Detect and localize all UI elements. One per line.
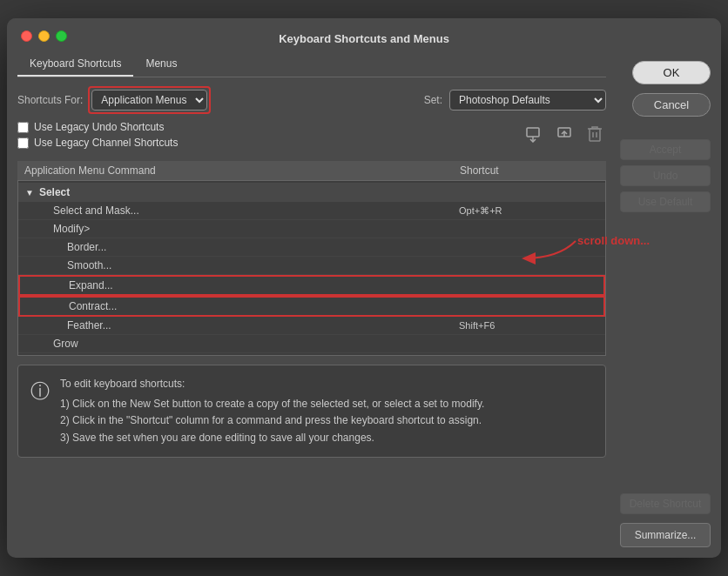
use-legacy-channel-checkbox[interactable] (17, 137, 29, 149)
shortcuts-for-box: Application Menus Panel Menus Tools (88, 86, 211, 114)
icon-toolbar (521, 124, 606, 148)
select-group-label: Select (39, 186, 70, 198)
shortcuts-for-select[interactable]: Application Menus Panel Menus Tools (91, 90, 207, 111)
right-panel: OK Cancel Accept Undo Use Default Delete… (617, 52, 721, 558)
maximize-button[interactable] (56, 30, 67, 42)
minimize-button[interactable] (38, 30, 50, 42)
info-step-3: 3) Save the set when you are done editin… (60, 430, 484, 446)
dialog-body: Keyboard Shortcuts Menus Shortcuts For: … (7, 52, 721, 558)
feather-shortcut: Shift+F6 (459, 320, 598, 331)
select-group: ▼ Select Select and Mask... Opt+⌘+R Modi… (18, 181, 605, 355)
shortcuts-for-wrapper: Shortcuts For: Application Menus Panel M… (17, 86, 211, 114)
undo-button[interactable]: Undo (620, 165, 711, 186)
border-item[interactable]: Border... (18, 238, 605, 257)
modify-item[interactable]: Modify> (18, 220, 605, 238)
select-and-mask-item[interactable]: Select and Mask... Opt+⌘+R (18, 202, 605, 220)
smooth-label: Smooth... (67, 259, 459, 271)
accept-button[interactable]: Accept (620, 139, 711, 160)
contract-label: Contract... (69, 300, 457, 312)
select-and-mask-shortcut: Opt+⌘+R (459, 205, 598, 217)
keyboard-shortcuts-dialog: Keyboard Shortcuts and Menus Keyboard Sh… (7, 18, 721, 558)
table-wrapper: Application Menu Command Shortcut ▼ Sele… (17, 161, 606, 356)
traffic-lights (21, 30, 67, 42)
dialog-title: Keyboard Shortcuts and Menus (279, 32, 449, 45)
info-icon: ⓘ (30, 376, 50, 446)
table-body[interactable]: ▼ Select Select and Mask... Opt+⌘+R Modi… (17, 181, 606, 356)
set-row: Set: Photoshop Defaults (424, 90, 606, 111)
tab-keyboard-shortcuts[interactable]: Keyboard Shortcuts (17, 52, 133, 77)
feather-label: Feather... (67, 319, 459, 332)
close-button[interactable] (21, 30, 32, 42)
expand-item[interactable]: Expand... (18, 275, 605, 296)
delete-shortcut-button[interactable]: Delete Shortcut (620, 493, 711, 514)
grow-label: Grow (53, 338, 459, 350)
col-command-header: Application Menu Command (24, 164, 460, 177)
controls-top-row: Shortcuts For: Application Menus Panel M… (17, 86, 606, 114)
info-step-1: 1) Click on the New Set button to create… (60, 396, 484, 412)
info-title: To edit keyboard shortcuts: (60, 376, 484, 392)
title-bar: Keyboard Shortcuts and Menus (7, 18, 721, 52)
checkboxes-area: Use Legacy Undo Shortcuts Use Legacy Cha… (17, 121, 178, 149)
tab-menus[interactable]: Menus (133, 52, 189, 77)
tabs-row: Keyboard Shortcuts Menus (17, 52, 606, 77)
delete-set-button[interactable] (583, 124, 606, 148)
info-text: To edit keyboard shortcuts: 1) Click on … (60, 376, 484, 446)
use-default-button[interactable]: Use Default (620, 191, 711, 212)
info-box: ⓘ To edit keyboard shortcuts: 1) Click o… (17, 365, 606, 458)
select-group-header[interactable]: ▼ Select (18, 183, 605, 202)
use-legacy-undo-checkbox[interactable] (17, 122, 29, 133)
main-content: Keyboard Shortcuts Menus Shortcuts For: … (7, 52, 617, 558)
use-legacy-channel-row: Use Legacy Channel Shortcuts (17, 137, 178, 149)
info-step-2: 2) Click in the "Shortcut" column for a … (60, 412, 484, 429)
smooth-item[interactable]: Smooth... (18, 257, 605, 275)
feather-item[interactable]: Feather... Shift+F6 (18, 317, 605, 335)
svg-rect-0 (527, 128, 539, 137)
use-legacy-channel-label: Use Legacy Channel Shortcuts (34, 137, 178, 149)
select-and-mask-label: Select and Mask... (53, 204, 459, 217)
ok-button[interactable]: OK (632, 61, 711, 84)
set-select[interactable]: Photoshop Defaults (449, 90, 606, 111)
summarize-button[interactable]: Summarize... (620, 523, 711, 547)
use-legacy-undo-row: Use Legacy Undo Shortcuts (17, 121, 178, 133)
use-legacy-undo-label: Use Legacy Undo Shortcuts (34, 121, 164, 133)
shortcuts-for-label: Shortcuts For: (17, 94, 83, 106)
set-label: Set: (424, 94, 442, 106)
svg-rect-2 (590, 129, 600, 141)
group-arrow-icon: ▼ (25, 188, 34, 198)
new-set-button[interactable] (521, 124, 545, 148)
border-label: Border... (67, 241, 459, 253)
grow-item[interactable]: Grow (18, 335, 605, 353)
cancel-button[interactable]: Cancel (632, 93, 711, 117)
col-shortcut-header: Shortcut (460, 164, 599, 177)
expand-label: Expand... (69, 279, 457, 291)
save-set-button[interactable] (552, 124, 576, 148)
contract-item[interactable]: Contract... (18, 296, 605, 317)
table-header: Application Menu Command Shortcut (17, 161, 606, 181)
modify-label: Modify> (53, 223, 459, 235)
